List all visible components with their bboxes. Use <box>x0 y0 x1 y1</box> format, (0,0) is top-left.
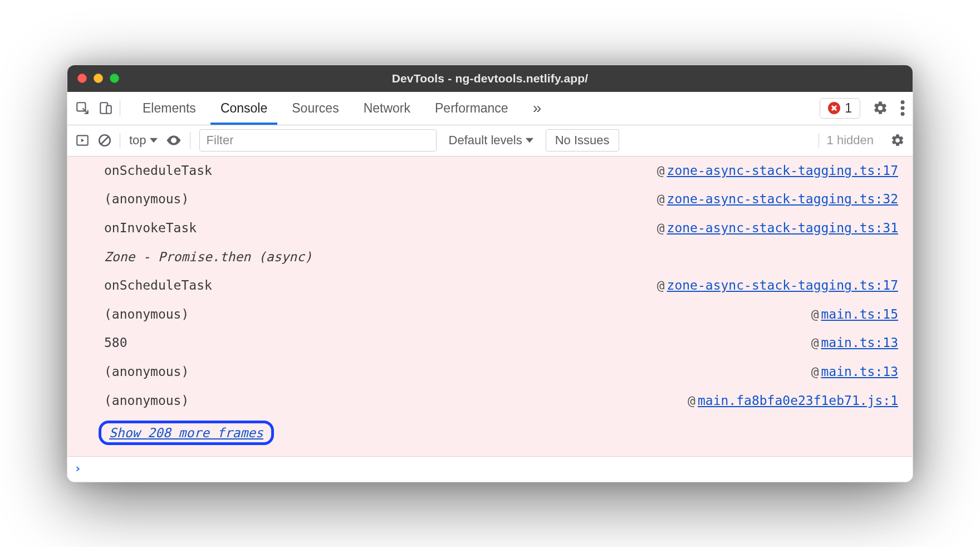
error-count: 1 <box>845 101 852 116</box>
tab-performance[interactable]: Performance <box>425 92 518 125</box>
source-link[interactable]: zone-async-stack-tagging.ts:17 <box>667 163 898 178</box>
error-count-badge[interactable]: 1 <box>820 98 860 119</box>
prompt-chevron-icon: › <box>74 461 81 475</box>
window-close-button[interactable] <box>77 74 87 83</box>
titlebar: DevTools - ng-devtools.netlify.app/ <box>67 65 913 92</box>
traffic-lights <box>77 74 119 83</box>
at-symbol: @ <box>811 307 821 321</box>
stack-frame-source: @zone-async-stack-tagging.ts:31 <box>657 218 898 238</box>
main-tabstrip: Elements Console Sources Network Perform… <box>67 92 913 125</box>
stack-frame-function: (anonymous) <box>104 391 189 411</box>
source-link[interactable]: main.ts:13 <box>821 364 898 379</box>
at-symbol: @ <box>811 335 821 350</box>
kebab-menu-icon[interactable] <box>900 100 905 116</box>
window-zoom-button[interactable] <box>110 74 119 83</box>
stack-frame-row: (anonymous)@main.fa8bfa0e23f1eb71.js:1 <box>67 387 913 416</box>
chevron-down-icon <box>526 136 533 144</box>
console-filter-input[interactable] <box>199 129 437 152</box>
stack-frame-source: @main.ts:13 <box>811 362 898 382</box>
stack-frame-function: onScheduleTask <box>104 276 212 296</box>
log-levels-selector[interactable]: Default levels <box>445 133 537 148</box>
error-icon <box>828 102 840 114</box>
at-symbol: @ <box>657 221 667 235</box>
console-settings-gear-icon[interactable] <box>890 133 905 148</box>
stack-frame-function: (anonymous) <box>104 189 189 209</box>
stack-frame-function: onScheduleTask <box>104 161 212 181</box>
at-symbol: @ <box>688 393 698 408</box>
at-symbol: @ <box>811 364 821 379</box>
devtools-window: DevTools - ng-devtools.netlify.app/ Elem… <box>67 65 913 483</box>
stack-frame-source: @main.ts:15 <box>811 305 898 325</box>
stack-frame-function: 580 <box>104 333 128 353</box>
stack-frame-function: (anonymous) <box>104 305 189 325</box>
console-output: onScheduleTask@zone-async-stack-tagging.… <box>67 157 913 457</box>
stack-frame-row: onScheduleTask@zone-async-stack-tagging.… <box>67 271 913 300</box>
stack-frame-row: (anonymous)@zone-async-stack-tagging.ts:… <box>67 185 913 214</box>
source-link[interactable]: main.ts:13 <box>821 335 898 350</box>
issues-button[interactable]: No Issues <box>546 129 619 152</box>
tab-console[interactable]: Console <box>210 92 277 125</box>
stack-frame-row: onInvokeTask@zone-async-stack-tagging.ts… <box>67 214 913 243</box>
window-minimize-button[interactable] <box>94 74 103 83</box>
svg-rect-2 <box>106 106 111 114</box>
stack-frame-row: Zone - Promise.then (async) <box>67 243 913 272</box>
stack-frame-row: (anonymous)@main.ts:13 <box>67 358 913 387</box>
stack-frame-source: @zone-async-stack-tagging.ts:32 <box>657 189 898 209</box>
svg-point-4 <box>901 106 905 110</box>
source-link[interactable]: zone-async-stack-tagging.ts:32 <box>667 192 898 206</box>
show-more-frames-link[interactable]: Show 208 more frames <box>109 426 263 440</box>
inspect-element-icon[interactable] <box>75 101 90 115</box>
tab-network[interactable]: Network <box>354 92 420 125</box>
stack-frame-source: @main.ts:13 <box>811 333 898 353</box>
window-title: DevTools - ng-devtools.netlify.app/ <box>67 72 913 85</box>
show-more-frames-highlight: Show 208 more frames <box>99 421 274 445</box>
svg-point-3 <box>901 100 905 104</box>
console-sidebar-toggle-icon[interactable] <box>75 133 90 148</box>
stack-frame-source: @zone-async-stack-tagging.ts:17 <box>657 276 898 296</box>
clear-console-icon[interactable] <box>97 133 112 148</box>
source-link[interactable]: main.fa8bfa0e23f1eb71.js:1 <box>698 393 898 408</box>
stack-frame-source: @zone-async-stack-tagging.ts:17 <box>657 161 898 181</box>
tab-sources[interactable]: Sources <box>282 92 349 125</box>
at-symbol: @ <box>657 278 667 292</box>
stack-frame-function: (anonymous) <box>104 362 189 382</box>
stack-frame-source: @main.fa8bfa0e23f1eb71.js:1 <box>688 391 898 411</box>
chevron-down-icon <box>150 136 158 144</box>
settings-gear-icon[interactable] <box>873 100 888 116</box>
console-prompt[interactable]: › <box>67 456 913 482</box>
stack-frame-row: (anonymous)@main.ts:15 <box>67 300 913 329</box>
svg-point-5 <box>901 112 905 116</box>
source-link[interactable]: zone-async-stack-tagging.ts:17 <box>667 278 898 292</box>
at-symbol: @ <box>657 192 667 206</box>
stack-frame-row: onScheduleTask@zone-async-stack-tagging.… <box>67 157 913 185</box>
svg-point-8 <box>172 139 175 142</box>
console-toolbar: top Default levels No Issues 1 hidden <box>67 125 913 157</box>
stack-frame-row: 580@main.ts:13 <box>67 329 913 358</box>
execution-context-selector[interactable]: top <box>129 133 158 148</box>
stack-frame-function: onInvokeTask <box>104 218 197 238</box>
at-symbol: @ <box>657 163 667 178</box>
tab-elements[interactable]: Elements <box>133 92 206 125</box>
source-link[interactable]: zone-async-stack-tagging.ts:31 <box>667 221 898 235</box>
tabs-overflow[interactable]: » <box>523 92 552 125</box>
device-toolbar-icon[interactable] <box>99 101 113 115</box>
hidden-messages-count[interactable]: 1 hidden <box>819 133 874 148</box>
async-divider-label: Zone - Promise.then (async) <box>104 247 312 267</box>
live-expression-icon[interactable] <box>165 132 182 149</box>
source-link[interactable]: main.ts:15 <box>821 307 898 321</box>
